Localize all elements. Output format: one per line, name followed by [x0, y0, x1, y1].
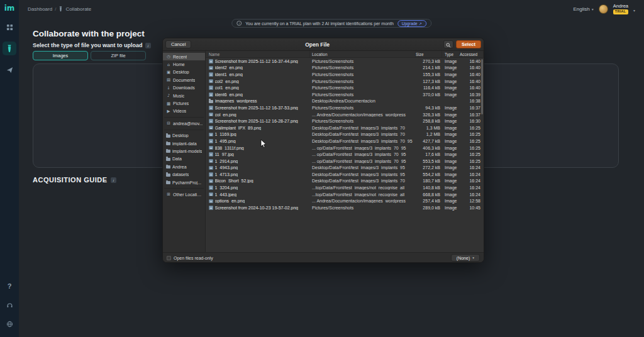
dialog-places: ◷Recent⌂Home▣Desktop▤Documents↓Downloads… [163, 51, 206, 252]
file-row[interactable]: Screenshot from 2024-10-23 19-57-02.pngP… [206, 204, 484, 211]
place-videos[interactable]: ▶Videos [163, 108, 205, 115]
file-size: 668,8 kB [416, 192, 442, 197]
place-label: Pictures [173, 101, 189, 106]
file-type: Image [442, 159, 460, 163]
user-menu[interactable]: Andrea TRIAL [613, 4, 628, 14]
upload-subtitle: Select the type of file you want to uplo… [33, 42, 143, 48]
place-desktop[interactable]: ▣Desktop [163, 69, 205, 76]
file-type: Image [442, 113, 460, 117]
place-data[interactable]: Data [163, 155, 205, 163]
file-row[interactable]: imagenes_wordpressDesktop/Andrea/Documen… [206, 98, 484, 105]
support-button[interactable] [3, 298, 16, 312]
image-icon [209, 126, 213, 130]
file-size: 406,3 kB [416, 146, 442, 150]
select-button[interactable]: Select [456, 40, 481, 49]
file-type: Image [442, 86, 460, 90]
file-row[interactable]: ident2_en.pngPictures/Screenshots214,1 k… [206, 65, 484, 72]
file-row[interactable]: ident6_en.pngPictures/Screenshots370,0 k… [206, 91, 484, 98]
place-music[interactable]: ♪Music [163, 92, 205, 99]
file-row[interactable]: 1_4943.pngDesktop/Data/Front/test_images… [206, 165, 484, 172]
file-row[interactable]: Galimplant_IPX_89.pngDesktop/Data/Front/… [206, 124, 484, 131]
upload-option-images[interactable]: Images [33, 51, 88, 60]
readonly-option[interactable]: Open files read-only [167, 256, 213, 260]
place-documents[interactable]: ▤Documents [163, 76, 205, 84]
info-icon[interactable] [145, 43, 151, 48]
place-implant-models[interactable]: implant-models [163, 147, 205, 155]
folder-icon [209, 100, 213, 104]
image-icon [209, 59, 213, 64]
place-label: Documents [173, 78, 195, 82]
file-row[interactable]: 1_4713.pngDesktop/Data/Front/test_images… [206, 171, 484, 178]
place-andrea-mov[interactable]: ⊟andrea@mov... [163, 119, 205, 127]
filter-dropdown[interactable]: (None) [451, 254, 480, 262]
upload-option-zip-file[interactable]: ZIP file [91, 51, 146, 60]
language-selector[interactable]: English [574, 6, 594, 12]
place-pictures[interactable]: ▦Pictures [163, 99, 205, 107]
file-row[interactable]: Screenshot from 2025-11-12 16-37-44.pngP… [206, 58, 484, 65]
file-row[interactable]: 11_97.jpg... op/Data/Front/test_images/3… [206, 151, 484, 158]
place-pycharmproj[interactable]: PycharmProj... [163, 179, 205, 186]
file-row[interactable]: ident1_en.pngPictures/Screenshots155,3 k… [206, 71, 484, 78]
place-recent[interactable]: ◷Recent [163, 53, 205, 60]
file-name: Screenshot from 2025-11-12 16-37-44.png [215, 59, 298, 64]
file-accessed: 16:25 [460, 132, 484, 136]
file-row[interactable]: col1_en.pngPictures/Screenshots116,4 kBI… [206, 84, 484, 91]
avatar[interactable] [599, 4, 608, 14]
file-type: Image [442, 185, 460, 190]
nav-collaborate[interactable] [3, 63, 16, 77]
upgrade-button[interactable]: Upgrade [397, 20, 426, 27]
music-icon: ♪ [166, 93, 171, 98]
cancel-button[interactable]: Cancel [165, 40, 191, 49]
file-row[interactable]: 1_3204.png...top/Data/Front/test_images/… [206, 184, 484, 191]
file-accessed: 12:58 [460, 199, 484, 203]
column-header-accessed[interactable]: Accessed [460, 51, 484, 57]
file-row[interactable]: 1_443.jpeg...top/Data/Front/test_images/… [206, 191, 484, 198]
image-icon [209, 113, 213, 117]
file-accessed: 16:38 [460, 99, 484, 103]
file-row[interactable]: options_en.png... Andrea/Documentacion/i… [206, 197, 484, 204]
file-row[interactable]: Screenshot from 2025-11-12 16-37-53.pngP… [206, 104, 484, 111]
help-button[interactable] [3, 279, 16, 293]
place-label: implant-models [172, 149, 202, 153]
image-icon [209, 119, 213, 123]
column-header-size[interactable]: Size [416, 51, 442, 57]
place-andrea[interactable]: Andrea [163, 163, 205, 170]
chevron-down-icon[interactable] [633, 3, 635, 14]
file-type: Image [442, 206, 460, 210]
place-implant-data[interactable]: implant-data [163, 140, 205, 147]
nav-implant-identification[interactable] [3, 41, 16, 55]
image-icon [209, 166, 213, 170]
file-row[interactable]: 838_1311f.png... op/Data/Front/test_imag… [206, 145, 484, 152]
file-row[interactable]: Bicon_Short_52.jpgDesktop/Data/Front/tes… [206, 178, 484, 185]
place-other-locations[interactable]: ⊞Other Locations [163, 191, 205, 198]
place-home[interactable]: ⌂Home [163, 60, 205, 68]
file-size: 257,4 kB [416, 199, 442, 203]
file-type: Image [442, 199, 460, 203]
file-name: ident6_en.png [215, 92, 243, 97]
search-button[interactable] [443, 40, 453, 48]
file-location: ... op/Data/Front/test_images/3_implants… [310, 152, 416, 157]
file-row[interactable]: col_en.png... Andrea/Documentacion/image… [206, 111, 484, 118]
file-row[interactable]: Screenshot from 2025-11-12 16-28-27.pngP… [206, 118, 484, 124]
file-location: Desktop/Data/Front/test_images/3_implant… [310, 139, 416, 143]
place-downloads[interactable]: ↓Downloads [163, 84, 205, 92]
place-label: datasets [172, 172, 189, 177]
info-icon[interactable] [111, 177, 116, 183]
place-desktop[interactable]: Desktop [163, 132, 205, 140]
file-row[interactable]: 1_495.pngDesktop/Data/Front/test_images/… [206, 138, 484, 145]
file-row[interactable]: col2_en.pngPictures/Screenshots127,3 kBI… [206, 78, 484, 85]
breadcrumb-dashboard[interactable]: Dashboard [28, 6, 52, 12]
file-name: 838_1311f.png [215, 146, 244, 150]
nav-dashboard[interactable] [3, 20, 16, 34]
file-row[interactable]: 1_2914.png... op/Data/Front/test_images/… [206, 158, 484, 165]
column-header-type[interactable]: Type [442, 51, 460, 57]
file-row[interactable]: 1_1169.jpgDesktop/Data/Front/test_images… [206, 131, 484, 138]
column-header-location[interactable]: Location [310, 51, 416, 57]
column-header-name[interactable]: Name [206, 51, 310, 57]
place-datasets[interactable]: datasets [163, 170, 205, 178]
readonly-checkbox[interactable] [167, 256, 171, 260]
videos-icon: ▶ [166, 109, 171, 114]
language-button[interactable] [3, 317, 16, 331]
page-title: Collaborate with the project [33, 29, 145, 38]
scrollbar-thumb[interactable] [481, 59, 483, 114]
